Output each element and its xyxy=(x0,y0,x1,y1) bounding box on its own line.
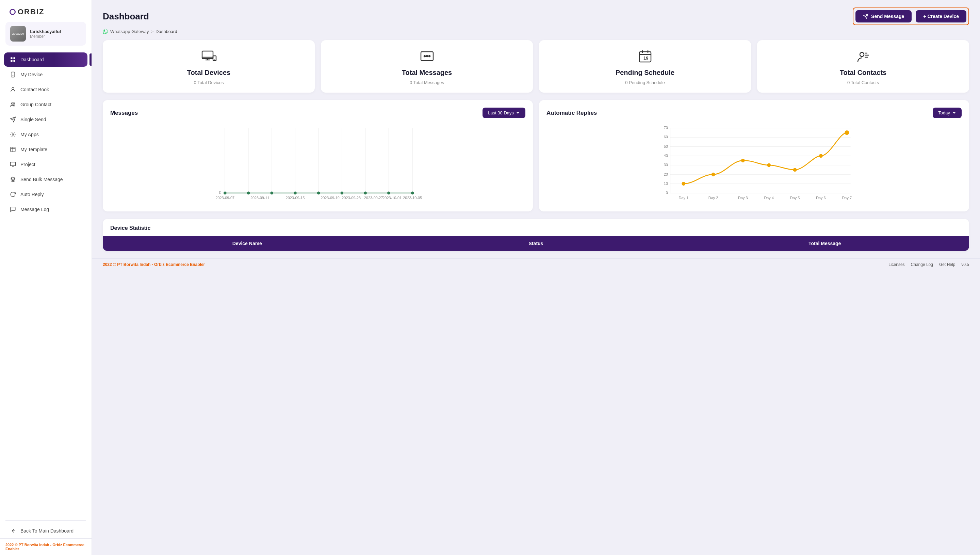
sidebar-item-dashboard[interactable]: Dashboard xyxy=(4,53,88,67)
svg-point-91 xyxy=(844,130,849,135)
sidebar-item-my-device[interactable]: My Device xyxy=(4,67,88,82)
table-header-row: Device Name Status Total Message xyxy=(103,236,969,251)
user-role: Member xyxy=(30,34,61,39)
sidebar-item-label: Dashboard xyxy=(21,57,44,62)
stat-card-devices: Total Devices 0 Total Devices xyxy=(103,40,315,93)
messages-chart-card: Messages Last 30 Days 0 xyxy=(103,100,533,212)
main-content: Dashboard Send Message + Create Device W… xyxy=(92,0,980,555)
svg-point-7 xyxy=(11,103,13,104)
sidebar-item-label: Send Bulk Message xyxy=(21,177,63,182)
back-to-main[interactable]: Back To Main Dashboard xyxy=(0,523,91,538)
create-device-button[interactable]: + Create Device xyxy=(916,10,966,22)
stat-title: Total Messages xyxy=(402,69,452,77)
sidebar-item-label: My Apps xyxy=(21,132,39,137)
sidebar-item-single-send[interactable]: Single Send xyxy=(4,112,88,127)
auto-replies-dropdown[interactable]: Today xyxy=(933,107,962,118)
logo-text: ORBIZ xyxy=(18,8,44,16)
svg-text:2023-10-01: 2023-10-01 xyxy=(382,196,401,200)
divider xyxy=(5,520,86,521)
svg-text:2023-09-19: 2023-09-19 xyxy=(321,196,340,200)
sidebar-item-label: Contact Book xyxy=(21,87,49,92)
svg-point-5 xyxy=(13,75,13,76)
svg-point-53 xyxy=(270,191,273,194)
sidebar-item-label: Group Contact xyxy=(21,102,51,107)
sidebar-item-my-apps[interactable]: My Apps xyxy=(4,127,88,142)
device-table-card: Device Statistic Device Name Status Tota… xyxy=(103,219,969,251)
svg-text:60: 60 xyxy=(664,135,668,139)
stat-sub: 0 Total Devices xyxy=(194,80,224,85)
svg-point-86 xyxy=(711,173,715,176)
devices-icon xyxy=(201,50,217,66)
svg-point-6 xyxy=(12,88,14,90)
auto-replies-chart-title: Automatic Replies xyxy=(547,110,597,116)
footer-gethelp[interactable]: Get Help xyxy=(939,262,955,267)
svg-point-30 xyxy=(429,56,430,57)
back-icon xyxy=(10,528,16,534)
avatar: 200x200 xyxy=(10,26,26,42)
svg-point-89 xyxy=(793,168,797,172)
svg-point-52 xyxy=(247,191,250,194)
messages-chart-header: Messages Last 30 Days xyxy=(110,107,525,118)
send-message-button[interactable]: Send Message xyxy=(855,10,911,22)
sidebar-item-label: Single Send xyxy=(21,117,46,122)
svg-text:Day 4: Day 4 xyxy=(764,196,774,200)
device-icon xyxy=(10,71,16,78)
stat-card-schedule: 19 Pending Schedule 0 Pending Schedule xyxy=(539,40,751,93)
sidebar-item-label: Auto Reply xyxy=(21,192,43,197)
svg-text:2023-10-05: 2023-10-05 xyxy=(403,196,422,200)
svg-point-85 xyxy=(681,182,685,186)
dashboard-icon xyxy=(10,56,16,63)
svg-rect-12 xyxy=(11,147,15,152)
svg-text:Day 1: Day 1 xyxy=(679,196,688,200)
sidebar-item-project[interactable]: Project xyxy=(4,157,88,172)
auto-replies-chart: 0 10 20 30 40 50 60 70 xyxy=(547,124,962,206)
messages-chart-title: Messages xyxy=(110,110,138,116)
svg-text:19: 19 xyxy=(643,56,648,61)
sidebar-item-auto-reply[interactable]: Auto Reply xyxy=(4,187,88,202)
messages-icon xyxy=(420,50,435,66)
svg-point-59 xyxy=(411,191,414,194)
auto-reply-icon xyxy=(10,191,16,198)
svg-point-87 xyxy=(741,159,745,162)
svg-point-29 xyxy=(426,56,428,57)
svg-text:10: 10 xyxy=(664,181,668,186)
footer-changelog[interactable]: Change Log xyxy=(911,262,933,267)
nav-list: Dashboard My Device Contact Book Group C… xyxy=(0,51,91,518)
user-info: fariskhasyaiful Member xyxy=(30,29,61,39)
table-title: Device Statistic xyxy=(103,219,969,236)
sidebar-item-send-bulk[interactable]: Send Bulk Message xyxy=(4,172,88,187)
bulk-icon xyxy=(10,176,16,183)
footer-licenses[interactable]: Licenses xyxy=(889,262,905,267)
sidebar-item-group-contact[interactable]: Group Contact xyxy=(4,97,88,112)
svg-text:2023-09-27: 2023-09-27 xyxy=(364,196,383,200)
svg-point-54 xyxy=(294,191,297,194)
svg-text:0: 0 xyxy=(219,190,222,195)
svg-text:2023-09-11: 2023-09-11 xyxy=(251,196,270,200)
svg-point-88 xyxy=(767,164,771,167)
svg-rect-2 xyxy=(11,60,12,62)
footer-copyright: 2022 © PT Borwita Indah - Orbiz Ecommerc… xyxy=(103,262,882,267)
stat-title: Total Devices xyxy=(187,69,230,77)
sidebar-item-contact-book[interactable]: Contact Book xyxy=(4,82,88,97)
col-status: Status xyxy=(392,236,681,251)
charts-row: Messages Last 30 Days 0 xyxy=(92,100,980,219)
footer-version: v0.5 xyxy=(961,262,969,267)
stat-sub: 0 Total Contacts xyxy=(847,80,879,85)
svg-text:2023-09-15: 2023-09-15 xyxy=(286,196,305,200)
group-icon xyxy=(10,101,16,108)
stat-title: Total Contacts xyxy=(840,69,886,77)
sidebar-item-message-log[interactable]: Message Log xyxy=(4,202,88,217)
svg-rect-0 xyxy=(11,57,12,59)
contact-icon xyxy=(10,86,16,93)
stat-cards: Total Devices 0 Total Devices Total Mess… xyxy=(92,40,980,100)
svg-text:Day 2: Day 2 xyxy=(708,196,718,200)
svg-point-8 xyxy=(13,103,15,104)
sidebar-footer: 2022 © PT Borwita Indah - Orbiz Ecommerc… xyxy=(0,538,91,555)
sidebar-item-label: My Device xyxy=(21,72,43,77)
svg-text:Day 7: Day 7 xyxy=(842,196,852,200)
messages-dropdown[interactable]: Last 30 Days xyxy=(483,107,525,118)
svg-rect-1 xyxy=(14,57,15,59)
sidebar-item-my-template[interactable]: My Template xyxy=(4,142,88,157)
sidebar-item-label: Message Log xyxy=(21,207,49,212)
svg-point-28 xyxy=(424,56,425,57)
